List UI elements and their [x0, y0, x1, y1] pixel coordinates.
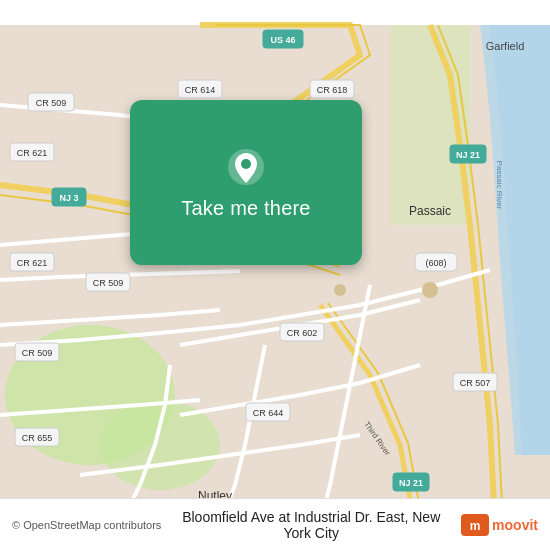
map-container: CR 509 US 46 CR 614 CR 618 NJ 21 CR 621 …	[0, 0, 550, 550]
svg-point-5	[334, 284, 346, 296]
location-text: Bloomfield Ave at Industrial Dr. East, N…	[169, 509, 453, 541]
svg-point-2	[100, 400, 220, 490]
svg-text:CR 618: CR 618	[317, 85, 348, 95]
take-me-there-button[interactable]: Take me there	[181, 197, 310, 220]
svg-text:NJ 21: NJ 21	[399, 478, 423, 488]
svg-point-6	[422, 282, 438, 298]
svg-text:CR 614: CR 614	[185, 85, 216, 95]
svg-text:CR 507: CR 507	[460, 378, 491, 388]
svg-text:CR 509: CR 509	[22, 348, 53, 358]
action-card[interactable]: Take me there	[130, 100, 362, 265]
svg-text:Passaic: Passaic	[409, 204, 451, 218]
svg-text:(608): (608)	[425, 258, 446, 268]
svg-text:CR 655: CR 655	[22, 433, 53, 443]
svg-text:CR 602: CR 602	[287, 328, 318, 338]
svg-text:CR 621: CR 621	[17, 148, 48, 158]
location-pin-icon	[224, 145, 268, 189]
svg-text:CR 509: CR 509	[93, 278, 124, 288]
svg-text:Garfield: Garfield	[486, 40, 525, 52]
svg-text:Passaic River: Passaic River	[495, 161, 504, 210]
moovit-brand-text: moovit	[492, 517, 538, 533]
svg-text:NJ 21: NJ 21	[456, 150, 480, 160]
svg-text:US 46: US 46	[270, 35, 295, 45]
map-svg: CR 509 US 46 CR 614 CR 618 NJ 21 CR 621 …	[0, 0, 550, 550]
osm-copyright: © OpenStreetMap contributors	[12, 519, 161, 531]
svg-text:CR 644: CR 644	[253, 408, 284, 418]
moovit-logo: m moovit	[461, 514, 538, 536]
svg-text:CR 621: CR 621	[17, 258, 48, 268]
bottom-bar: © OpenStreetMap contributors Bloomfield …	[0, 498, 550, 550]
svg-text:m: m	[470, 519, 481, 533]
svg-text:CR 509: CR 509	[36, 98, 67, 108]
svg-point-45	[241, 159, 251, 169]
moovit-icon: m	[461, 514, 489, 536]
svg-text:NJ 3: NJ 3	[59, 193, 78, 203]
